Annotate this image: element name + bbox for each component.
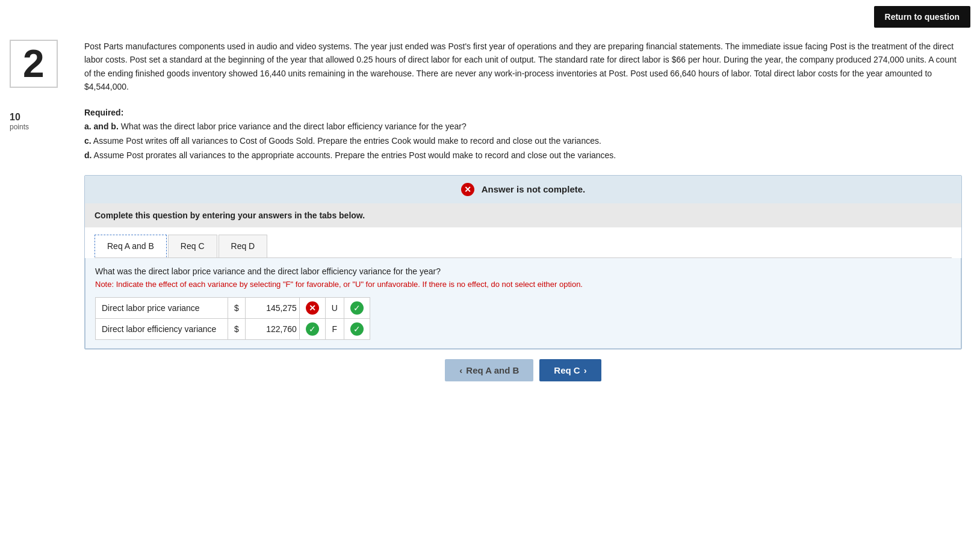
main-column: Post Parts manufactures components used … — [78, 34, 980, 387]
req-c-label: c. — [84, 136, 91, 146]
req-a-label: a. and b. — [84, 122, 119, 131]
tab-question: What was the direct labor price variance… — [95, 266, 951, 276]
next-button[interactable]: Req C › — [539, 359, 601, 381]
tab-req-c[interactable]: Req C — [168, 235, 217, 257]
answer-incomplete-text: Answer is not complete. — [482, 184, 586, 194]
efficiency-variance-effect-status: ✓ — [344, 318, 370, 339]
price-variance-effect[interactable]: U — [325, 297, 344, 318]
answer-incomplete-header: ✕ Answer is not complete. — [85, 176, 961, 203]
efficiency-variance-amount-status: ✓ — [299, 318, 325, 339]
prev-button-label: Req A and B — [466, 365, 519, 375]
check-icon: ✓ — [350, 322, 364, 336]
price-variance-amount-status: ✕ — [299, 297, 325, 318]
price-variance-effect-status: ✓ — [344, 297, 370, 318]
prev-chevron-icon: ‹ — [459, 365, 462, 375]
prev-button[interactable]: ‹ Req A and B — [445, 359, 533, 381]
price-variance-dollar: $ — [228, 297, 246, 318]
efficiency-variance-label: Direct labor efficiency variance — [96, 318, 228, 339]
question-body: Post Parts manufactures components used … — [84, 40, 962, 94]
page-layout: 2 10 points Post Parts manufactures comp… — [0, 34, 980, 399]
next-chevron-icon: › — [584, 365, 587, 375]
table-row: Direct labor efficiency variance $ 122,7… — [96, 318, 370, 339]
req-d-label: d. — [84, 150, 91, 160]
req-a-text: What was the direct labor price variance… — [121, 122, 467, 131]
tab-note: Note: Indicate the effect of each varian… — [95, 280, 951, 289]
check-icon: ✓ — [306, 322, 319, 336]
tab-content-req-a-b: What was the direct labor price variance… — [85, 258, 961, 349]
not-complete-icon: ✕ — [461, 183, 474, 196]
required-label: Required: — [84, 108, 123, 117]
bottom-nav: ‹ Req A and B Req C › — [84, 350, 962, 381]
answer-box: ✕ Answer is not complete. Complete this … — [84, 175, 962, 350]
points-label: points — [10, 123, 69, 131]
next-button-label: Req C — [554, 365, 580, 375]
efficiency-variance-dollar: $ — [228, 318, 246, 339]
table-row: Direct labor price variance $ 145,275 ✕ … — [96, 297, 370, 318]
points-value: 10 — [10, 112, 69, 123]
variance-table: Direct labor price variance $ 145,275 ✕ … — [95, 297, 370, 340]
price-variance-label: Direct labor price variance — [96, 297, 228, 318]
return-to-question-button[interactable]: Return to question — [874, 6, 970, 28]
complete-instruction: Complete this question by entering your … — [85, 203, 961, 227]
check-icon: ✓ — [350, 301, 364, 315]
req-d-text: Assume Post prorates all variances to th… — [94, 150, 616, 160]
tabs-row: Req A and B Req C Req D — [95, 232, 952, 258]
top-bar: Return to question — [0, 0, 980, 34]
price-variance-amount[interactable]: 145,275 — [245, 297, 299, 318]
error-icon: ✕ — [306, 301, 319, 315]
tab-req-a-b[interactable]: Req A and B — [95, 235, 167, 257]
left-column: 2 10 points — [0, 34, 78, 387]
req-c-text: Assume Post writes off all variances to … — [93, 136, 601, 146]
tab-req-d[interactable]: Req D — [219, 235, 268, 257]
question-number: 2 — [10, 40, 58, 88]
required-section: Required: a. and b. What was the direct … — [84, 106, 962, 163]
efficiency-variance-amount[interactable]: 122,760 — [245, 318, 299, 339]
efficiency-variance-effect[interactable]: F — [325, 318, 344, 339]
